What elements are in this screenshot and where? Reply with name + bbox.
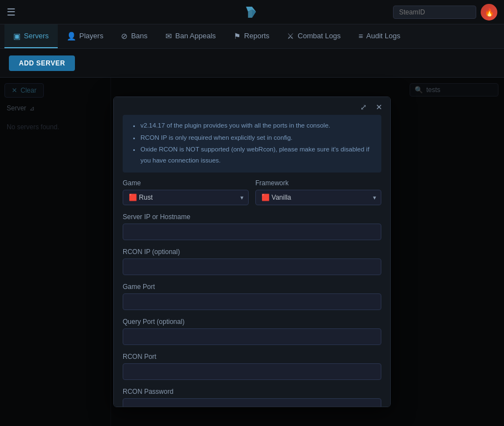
tab-combat-logs-label: Combat Logs (298, 32, 340, 40)
players-icon: 👤 (67, 32, 76, 40)
add-server-button[interactable]: ADD SERVER (9, 55, 75, 71)
tab-servers[interactable]: ▣ Servers (4, 24, 58, 48)
hamburger-icon[interactable]: ☰ (7, 6, 16, 18)
combat-logs-icon: ⚔ (287, 32, 294, 40)
modal-expand-button[interactable]: ⤢ (358, 102, 369, 113)
game-port-label: Game Port (123, 283, 381, 291)
tab-players[interactable]: 👤 Players (58, 24, 112, 48)
tab-bans-label: Bans (131, 32, 148, 40)
steamid-input[interactable] (393, 6, 476, 19)
game-select[interactable]: 🟥 Rust (123, 190, 249, 205)
modal-info-box: v2.14.17 of the plugin provides you with… (123, 115, 381, 173)
framework-select-wrapper: 🟥 Vanilla (255, 190, 381, 205)
tab-audit-logs[interactable]: ≡ Audit Logs (350, 24, 410, 48)
rcon-ip-label: RCON IP (optional) (123, 248, 381, 256)
modal-close-button[interactable]: ✕ (374, 102, 385, 113)
tab-servers-label: Servers (24, 32, 49, 40)
tab-ban-appeals-label: Ban Appeals (175, 32, 216, 40)
game-group: Game 🟥 Rust (123, 179, 249, 205)
rcon-ip-group: RCON IP (optional) (123, 248, 381, 275)
main-content: ✕ Clear Server ⊿ No servers found. 🔍 Ser… (0, 78, 504, 426)
server-ip-input[interactable] (123, 224, 381, 240)
server-ip-label: Server IP or Hostname (123, 213, 381, 221)
servers-icon: ▣ (13, 32, 21, 40)
tab-players-label: Players (79, 32, 103, 40)
tab-combat-logs[interactable]: ⚔ Combat Logs (278, 24, 349, 48)
info-bullet-1: v2.14.17 of the plugin provides you with… (140, 120, 374, 131)
server-ip-group: Server IP or Hostname (123, 213, 381, 240)
modal-header: ⤢ ✕ (114, 97, 390, 113)
tab-bans[interactable]: ⊘ Bans (112, 24, 157, 48)
tab-ban-appeals[interactable]: ✉ Ban Appeals (157, 24, 225, 48)
query-port-input[interactable] (123, 328, 381, 345)
rcon-port-input[interactable] (123, 363, 381, 380)
top-bar-right: 🔥 (393, 4, 497, 21)
toolbar: ADD SERVER (0, 49, 504, 78)
svg-marker-2 (252, 10, 256, 18)
avatar[interactable]: 🔥 (481, 4, 497, 21)
logo (242, 4, 262, 22)
query-port-label: Query Port (optional) (123, 318, 381, 326)
nav-tabs: ▣ Servers 👤 Players ⊘ Bans ✉ Ban Appeals… (0, 24, 504, 49)
info-bullet-2: RCON IP is only required when explicitly… (140, 133, 374, 144)
rcon-password-label: RCON Password (123, 388, 381, 395)
tab-reports[interactable]: ⚑ Reports (225, 24, 279, 48)
ban-appeals-icon: ✉ (165, 32, 172, 40)
modal-body: Game 🟥 Rust Framework 🟥 Vanilla (114, 179, 390, 407)
reports-icon: ⚑ (234, 32, 241, 40)
query-port-group: Query Port (optional) (123, 318, 381, 345)
modal-overlay: ⤢ ✕ v2.14.17 of the plugin provides you … (0, 78, 504, 426)
framework-group: Framework 🟥 Vanilla (255, 179, 381, 205)
framework-label: Framework (255, 179, 381, 187)
add-server-modal: ⤢ ✕ v2.14.17 of the plugin provides you … (113, 97, 391, 407)
rcon-port-label: RCON Port (123, 353, 381, 361)
game-framework-row: Game 🟥 Rust Framework 🟥 Vanilla (123, 179, 381, 205)
rcon-ip-input[interactable] (123, 258, 381, 275)
tab-audit-logs-label: Audit Logs (366, 32, 400, 40)
game-port-input[interactable] (123, 293, 381, 310)
info-bullet-3: Oxide RCON is NOT supported (only webRco… (140, 144, 374, 166)
game-select-wrapper: 🟥 Rust (123, 190, 249, 205)
rcon-password-group: RCON Password (123, 388, 381, 407)
game-port-group: Game Port (123, 283, 381, 310)
game-label: Game (123, 179, 249, 187)
bans-icon: ⊘ (121, 32, 128, 40)
framework-select[interactable]: 🟥 Vanilla (255, 190, 381, 205)
audit-logs-icon: ≡ (359, 32, 363, 40)
tab-reports-label: Reports (244, 32, 270, 40)
rcon-password-input[interactable] (123, 398, 381, 407)
top-bar: ☰ 🔥 (0, 0, 504, 24)
rcon-port-group: RCON Port (123, 353, 381, 380)
